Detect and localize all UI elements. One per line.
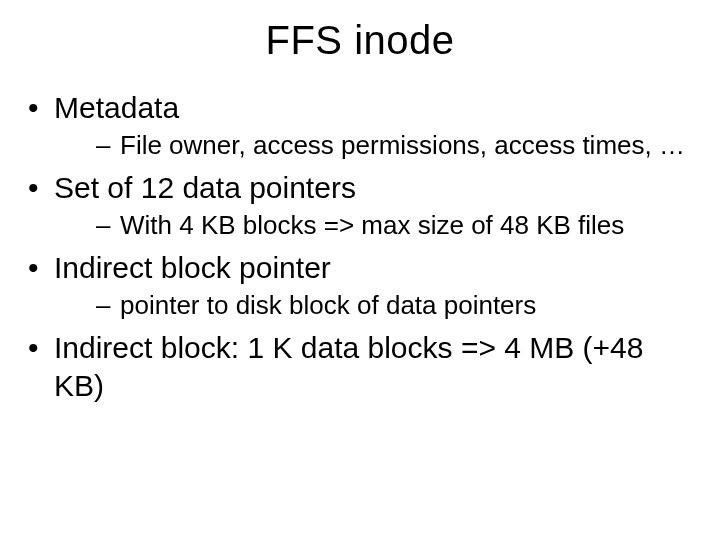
bullet-item: Set of 12 data pointers With 4 KB blocks… bbox=[20, 169, 700, 241]
slide-body: Metadata File owner, access permissions,… bbox=[0, 73, 720, 404]
bullet-text: Set of 12 data pointers bbox=[54, 171, 356, 204]
bullet-item: Metadata File owner, access permissions,… bbox=[20, 89, 700, 161]
sub-bullet-list: pointer to disk block of data pointers bbox=[54, 289, 700, 322]
slide-title: FFS inode bbox=[0, 0, 720, 73]
slide: FFS inode Metadata File owner, access pe… bbox=[0, 0, 720, 540]
sub-bullet-list: File owner, access permissions, access t… bbox=[54, 129, 700, 162]
bullet-item: Indirect block: 1 K data blocks => 4 MB … bbox=[20, 329, 700, 404]
bullet-text: Indirect block pointer bbox=[54, 251, 331, 284]
bullet-item: Indirect block pointer pointer to disk b… bbox=[20, 249, 700, 321]
bullet-text: Metadata bbox=[54, 91, 179, 124]
sub-bullet-item: pointer to disk block of data pointers bbox=[54, 289, 700, 322]
sub-bullet-item: With 4 KB blocks => max size of 48 KB fi… bbox=[54, 209, 700, 242]
sub-bullet-item: File owner, access permissions, access t… bbox=[54, 129, 700, 162]
sub-bullet-list: With 4 KB blocks => max size of 48 KB fi… bbox=[54, 209, 700, 242]
bullet-text: Indirect block: 1 K data blocks => 4 MB … bbox=[54, 331, 643, 402]
bullet-list: Metadata File owner, access permissions,… bbox=[20, 89, 700, 404]
